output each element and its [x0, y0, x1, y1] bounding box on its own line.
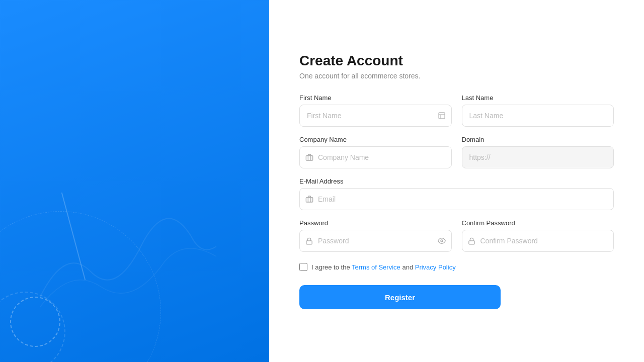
page-title: Create Account: [299, 53, 614, 69]
svg-point-4: [441, 240, 443, 242]
domain-group: Domain: [462, 136, 614, 168]
person-icon: [438, 112, 446, 120]
confirm-password-group: Confirm Password: [462, 219, 614, 252]
terms-checkbox[interactable]: [299, 263, 307, 271]
deco-wave: [40, 196, 216, 322]
email-wrapper: [299, 188, 614, 210]
email-row: E-Mail Address: [299, 177, 614, 210]
password-label: Password: [299, 219, 452, 227]
domain-wrapper: [462, 146, 614, 168]
password-input[interactable]: [299, 230, 452, 252]
right-panel: Create Account One account for all ecomm…: [269, 0, 644, 362]
first-name-wrapper: [299, 105, 452, 127]
terms-connector: and: [400, 263, 415, 271]
last-name-wrapper: [462, 105, 614, 127]
company-name-input[interactable]: [299, 146, 452, 168]
first-name-input[interactable]: [299, 105, 452, 127]
last-name-input[interactable]: [462, 105, 614, 127]
email-input[interactable]: [299, 188, 614, 210]
left-panel: [0, 0, 269, 362]
password-row: Password Confirm Password: [299, 219, 614, 252]
first-name-group: First Name: [299, 94, 452, 127]
email-label: E-Mail Address: [299, 177, 614, 185]
name-row: First Name Last Name: [299, 94, 614, 127]
svg-rect-0: [439, 113, 445, 119]
form-subtitle: One account for all ecommerce stores.: [299, 72, 614, 80]
terms-text: I agree to the Terms of Service and Priv…: [311, 263, 456, 271]
email-icon: [305, 195, 313, 203]
password-wrapper: [299, 230, 452, 252]
confirm-password-label: Confirm Password: [462, 219, 614, 227]
company-icon: [305, 153, 313, 161]
email-group: E-Mail Address: [299, 177, 614, 210]
eye-icon[interactable]: [438, 237, 446, 245]
lock-confirm-icon: [468, 237, 475, 245]
company-name-label: Company Name: [299, 136, 452, 143]
svg-rect-3: [306, 240, 312, 244]
terms-of-service-link[interactable]: Terms of Service: [352, 263, 400, 271]
terms-prefix: I agree to the: [311, 263, 352, 271]
domain-label: Domain: [462, 136, 614, 143]
privacy-policy-link[interactable]: Privacy Policy: [415, 263, 456, 271]
company-name-wrapper: [299, 146, 452, 168]
last-name-label: Last Name: [462, 94, 614, 102]
first-name-label: First Name: [299, 94, 452, 102]
register-button[interactable]: Register: [299, 285, 501, 309]
confirm-password-wrapper: [462, 230, 614, 252]
domain-input[interactable]: [462, 146, 614, 168]
last-name-group: Last Name: [462, 94, 614, 127]
lock-icon: [305, 237, 313, 245]
company-row: Company Name Domain: [299, 136, 614, 168]
company-name-group: Company Name: [299, 136, 452, 168]
svg-rect-5: [468, 240, 474, 244]
terms-row: I agree to the Terms of Service and Priv…: [299, 263, 614, 271]
confirm-password-input[interactable]: [462, 230, 614, 252]
password-group: Password: [299, 219, 452, 252]
